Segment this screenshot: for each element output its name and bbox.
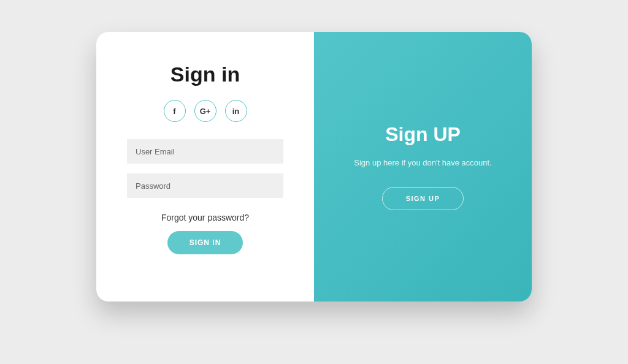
- google-plus-icon[interactable]: G+: [194, 100, 216, 122]
- forgot-password-link[interactable]: Forgot your password?: [161, 213, 249, 222]
- signup-button[interactable]: SIGN UP: [382, 187, 464, 210]
- linkedin-glyph: in: [232, 107, 240, 116]
- facebook-glyph: f: [173, 107, 175, 116]
- signin-title: Sign in: [170, 63, 240, 86]
- signup-panel: Sign UP Sign up here if you don't have a…: [314, 32, 532, 301]
- signin-panel: Sign in f G+ in Forgot your password? SI…: [96, 32, 314, 301]
- auth-card: Sign in f G+ in Forgot your password? SI…: [96, 32, 532, 301]
- signin-button[interactable]: SIGN IN: [167, 231, 243, 254]
- google-glyph: G+: [200, 107, 211, 116]
- signup-title: Sign UP: [385, 123, 461, 146]
- email-field[interactable]: [127, 139, 283, 164]
- facebook-icon[interactable]: f: [164, 100, 186, 122]
- social-icons-row: f G+ in: [164, 100, 247, 122]
- linkedin-icon[interactable]: in: [225, 100, 247, 122]
- password-field[interactable]: [127, 173, 283, 198]
- signup-subtitle: Sign up here if you don't have account.: [354, 158, 491, 167]
